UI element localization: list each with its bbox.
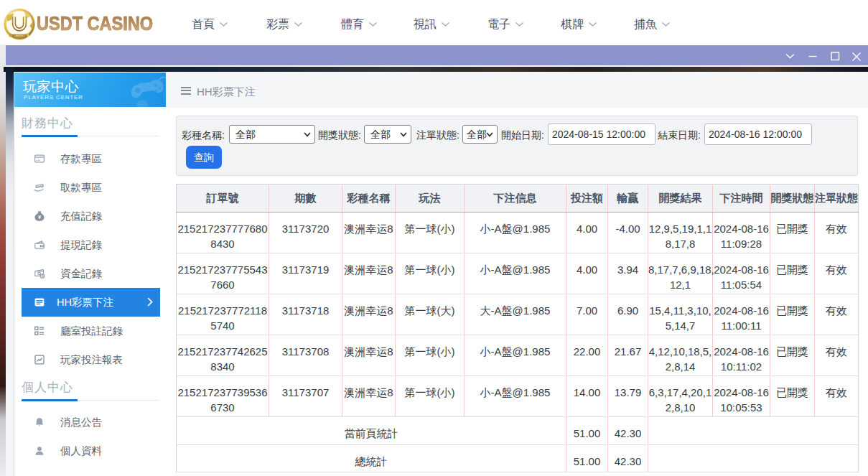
svg-text:CASINO: CASINO (14, 34, 25, 37)
